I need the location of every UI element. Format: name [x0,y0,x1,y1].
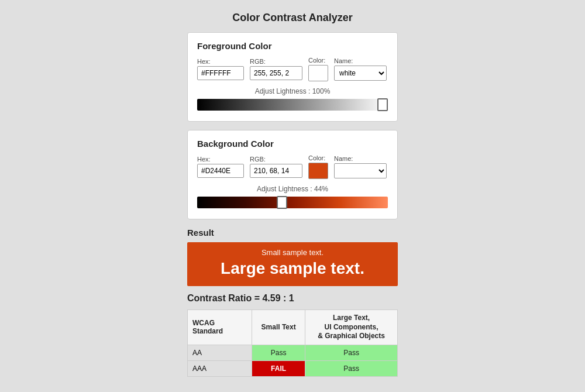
wcag-table: WCAG Standard Small Text Large Text,UI C… [187,310,398,377]
wcag-aaa-large-result: Pass [305,360,398,376]
wcag-aa-small-result: Pass [252,345,305,360]
bg-name-label: Name: [334,155,387,162]
large-sample-text: Large sample text. [197,259,388,278]
background-section: Background Color Hex: RGB: Color: Name: … [187,130,398,219]
bg-color-label: Color: [308,154,328,161]
fg-rgb-label: RGB: [250,58,302,65]
wcag-standard-aa: AA [188,345,252,360]
result-section: Result Small sample text. Large sample t… [187,228,398,377]
fg-color-swatch[interactable] [308,65,328,81]
wcag-aa-large-result: Pass [305,345,398,360]
fg-rgb-input[interactable] [250,66,302,80]
bg-hex-label: Hex: [197,156,244,163]
bg-lightness-slider[interactable] [197,197,388,208]
wcag-standard-aaa: AAA [188,360,252,376]
bg-name-select[interactable]: orange [334,163,387,178]
fg-name-label: Name: [334,57,387,64]
wcag-aaa-small-result: FAIL [252,360,305,376]
page-title: Color Contrast Analyzer [187,12,398,24]
fg-lightness-label: Adjust Lightness : 100% [197,87,388,95]
bg-hex-input[interactable] [197,164,244,178]
table-row: AAA FAIL Pass [188,360,398,376]
wcag-header-standard: WCAG Standard [188,310,252,345]
result-section-title: Result [187,228,398,238]
sample-preview-box: Small sample text. Large sample text. [187,242,398,286]
bg-rgb-label: RGB: [250,156,302,163]
fg-color-label: Color: [308,57,328,64]
background-section-title: Background Color [197,139,388,149]
wcag-header-large: Large Text,UI Components,& Graphical Obj… [305,310,398,345]
fg-hex-label: Hex: [197,58,244,65]
foreground-section-title: Foreground Color [197,41,388,51]
fg-hex-input[interactable] [197,66,244,80]
bg-rgb-input[interactable] [250,164,302,178]
table-row: AA Pass Pass [188,345,398,360]
foreground-section: Foreground Color Hex: RGB: Color: Name: … [187,32,398,122]
small-sample-text: Small sample text. [197,248,388,257]
fg-name-select[interactable]: white black [334,66,387,81]
contrast-ratio-value: Contrast Ratio = 4.59 : 1 [187,293,398,304]
bg-lightness-label: Adjust Lightness : 44% [197,185,388,193]
bg-color-swatch[interactable] [308,163,328,179]
wcag-header-small: Small Text [252,310,305,345]
fg-lightness-slider[interactable] [197,99,388,111]
